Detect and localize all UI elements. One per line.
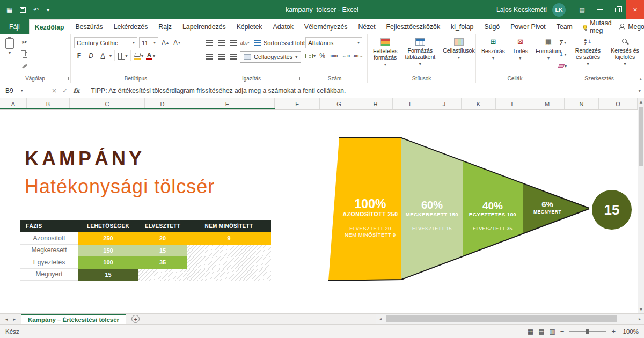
excel-app-icon[interactable]: ▦ bbox=[6, 6, 12, 13]
percent-format-button[interactable]: % bbox=[317, 50, 327, 61]
cell-unqualified-megkeresett[interactable] bbox=[187, 245, 271, 257]
ribbon-display-options-button[interactable]: ▤ bbox=[573, 0, 591, 19]
add-sheet-button[interactable]: + bbox=[131, 315, 140, 323]
worksheet[interactable]: KAMPÁNY Hatékonysági tölcsér FÁZIS LEHET… bbox=[0, 110, 638, 313]
delete-cells-button[interactable]: ⊠ Törlés ▾ bbox=[510, 37, 530, 71]
cell-styles-button[interactable]: Cellastílusok ▾ bbox=[441, 37, 477, 71]
header-lehetosegek[interactable]: LEHETŐSÉGEK bbox=[78, 220, 138, 232]
align-center-button[interactable] bbox=[216, 52, 226, 62]
close-button[interactable]: × bbox=[626, 0, 644, 19]
column-header-g[interactable]: G bbox=[320, 98, 358, 109]
header-nem-minositett[interactable]: NEM MINŐSÍTETT bbox=[187, 220, 271, 232]
fill-color-button[interactable]: ▾ bbox=[134, 50, 144, 61]
name-box[interactable]: B9 ▾ bbox=[0, 83, 46, 98]
header-elvesztett[interactable]: ELVESZTETT bbox=[138, 220, 187, 232]
collapse-ribbon-icon[interactable]: ▴ bbox=[639, 76, 642, 82]
tab-lapelrendezes[interactable]: Lapelrendezés bbox=[177, 19, 231, 34]
column-header-c[interactable]: C bbox=[70, 98, 145, 109]
dialog-launcher-icon[interactable] bbox=[296, 77, 300, 80]
funnel-segment-megnyert[interactable] bbox=[523, 183, 589, 233]
bold-button[interactable]: F bbox=[74, 50, 84, 61]
column-header-j[interactable]: J bbox=[427, 98, 462, 109]
orientation-button[interactable]: ab↗ bbox=[240, 38, 250, 48]
tell-me-box[interactable]: Mutasd meg bbox=[578, 19, 618, 34]
maximize-button[interactable] bbox=[609, 0, 626, 19]
decrease-decimal-button[interactable]: .00→ bbox=[353, 50, 363, 61]
increase-decimal-button[interactable]: ←.0 bbox=[341, 50, 351, 61]
undo-icon[interactable]: ↶ bbox=[33, 6, 39, 13]
previous-sheet-icon[interactable]: ◂ bbox=[5, 317, 8, 322]
tab-fajl[interactable]: Fájl bbox=[0, 19, 29, 34]
conditional-formatting-button[interactable]: Feltételes formázás ▾ bbox=[371, 37, 400, 71]
font-name-select[interactable]: Century Gothic ▾ bbox=[74, 37, 137, 48]
vertical-scroll-thumb[interactable] bbox=[639, 107, 643, 166]
formula-input[interactable]: TIPP: Az értékesítési tölcsérdiagram fri… bbox=[85, 87, 346, 94]
tab-rajz[interactable]: Rajz bbox=[153, 19, 177, 34]
cell-unqualified-megnyert[interactable] bbox=[187, 269, 271, 281]
scroll-down-icon[interactable]: ▼ bbox=[640, 306, 642, 313]
cell-phase-megkeresett[interactable]: Megkeresett bbox=[20, 245, 78, 257]
cell-value-megkeresett[interactable]: 150 bbox=[78, 245, 138, 257]
chevron-down-icon[interactable]: ▾ bbox=[109, 54, 112, 58]
currency-format-button[interactable]: ▾ bbox=[305, 50, 316, 61]
zoom-out-button[interactable]: − bbox=[560, 327, 565, 335]
italic-button[interactable]: D bbox=[86, 50, 96, 61]
copy-button[interactable] bbox=[19, 49, 30, 60]
sheet-tab-active[interactable]: Kampány – Értékesítési tölcsér bbox=[21, 314, 126, 324]
cut-button[interactable]: ✂ bbox=[19, 37, 30, 48]
column-header-d[interactable]: D bbox=[145, 98, 180, 109]
dialog-launcher-icon[interactable] bbox=[195, 77, 199, 80]
column-header-k[interactable]: K bbox=[462, 98, 496, 109]
scroll-left-icon[interactable]: ◂ bbox=[376, 317, 385, 321]
column-header-n[interactable]: N bbox=[565, 98, 599, 109]
user-name[interactable]: Lajos Kecskeméti bbox=[496, 6, 547, 13]
align-left-button[interactable] bbox=[204, 52, 215, 62]
paste-button[interactable]: ▾ bbox=[3, 37, 16, 71]
horizontal-scrollbar[interactable]: ◂ ▸ bbox=[376, 314, 644, 324]
expand-formula-bar-icon[interactable]: ▾ bbox=[638, 88, 644, 93]
scroll-right-icon[interactable]: ▸ bbox=[635, 317, 644, 321]
align-bottom-button[interactable] bbox=[228, 38, 238, 48]
enter-check-icon[interactable]: ✓ bbox=[62, 87, 68, 94]
page-break-view-icon[interactable]: ▥ bbox=[549, 328, 555, 335]
cell-lost-megnyert[interactable] bbox=[138, 269, 187, 281]
column-header-e[interactable]: E bbox=[180, 98, 275, 109]
grow-font-button[interactable]: A▴ bbox=[160, 38, 170, 48]
cell-value-megnyert[interactable]: 15 bbox=[78, 269, 138, 281]
zoom-level[interactable]: 100% bbox=[620, 328, 639, 335]
tab-team[interactable]: Team bbox=[551, 19, 578, 34]
align-right-button[interactable] bbox=[228, 52, 238, 62]
qat-customize-icon[interactable]: ▾ bbox=[46, 6, 49, 13]
cancel-icon[interactable]: × bbox=[52, 87, 57, 94]
minimize-button[interactable] bbox=[591, 0, 609, 19]
fill-button[interactable]: ↓▾ bbox=[558, 49, 568, 60]
avatar[interactable]: LK bbox=[552, 3, 566, 17]
number-format-select[interactable]: Általános ▾ bbox=[305, 37, 362, 48]
underline-button[interactable]: A bbox=[98, 50, 108, 61]
insert-cells-button[interactable]: ⊞ Beszúrás ▾ bbox=[479, 37, 507, 71]
thousands-separator-button[interactable]: 000 bbox=[329, 50, 339, 61]
horizontal-scroll-track[interactable] bbox=[385, 314, 635, 324]
cell-value-azonositott[interactable]: 250 bbox=[78, 232, 138, 245]
column-header-h[interactable]: H bbox=[358, 98, 393, 109]
cell-unqualified-azonositott[interactable]: 9 bbox=[187, 232, 271, 245]
column-header-l[interactable]: L bbox=[496, 98, 530, 109]
tab-beszuras[interactable]: Beszúrás bbox=[70, 19, 108, 34]
find-select-button[interactable]: Keresés és kijelölés ▾ bbox=[608, 37, 642, 71]
page-layout-view-icon[interactable]: ▤ bbox=[538, 328, 544, 335]
format-painter-button[interactable] bbox=[19, 61, 30, 71]
sort-filter-button[interactable]: Rendezés és szűrés ▾ bbox=[571, 37, 605, 71]
dialog-launcher-icon[interactable] bbox=[65, 77, 69, 80]
funnel-chart[interactable]: 100% AZONOSÍTOTT 250 ELVESZTETT 20 NEM M… bbox=[317, 123, 638, 306]
autosum-button[interactable]: Σ▾ bbox=[558, 37, 568, 48]
cell-phase-azonositott[interactable]: Azonosított bbox=[20, 232, 78, 245]
scroll-up-icon[interactable]: ▲ bbox=[640, 98, 642, 106]
column-header-a[interactable]: A bbox=[0, 98, 27, 109]
dialog-launcher-icon[interactable] bbox=[362, 77, 365, 80]
cell-lost-egyeztetes[interactable]: 35 bbox=[138, 256, 187, 269]
horizontal-scroll-thumb[interactable] bbox=[386, 315, 617, 322]
column-header-m[interactable]: M bbox=[530, 98, 565, 109]
tab-sugo[interactable]: Súgó bbox=[479, 19, 505, 34]
clear-button[interactable]: ▾ bbox=[558, 61, 568, 71]
shrink-font-button[interactable]: A▾ bbox=[172, 38, 182, 48]
